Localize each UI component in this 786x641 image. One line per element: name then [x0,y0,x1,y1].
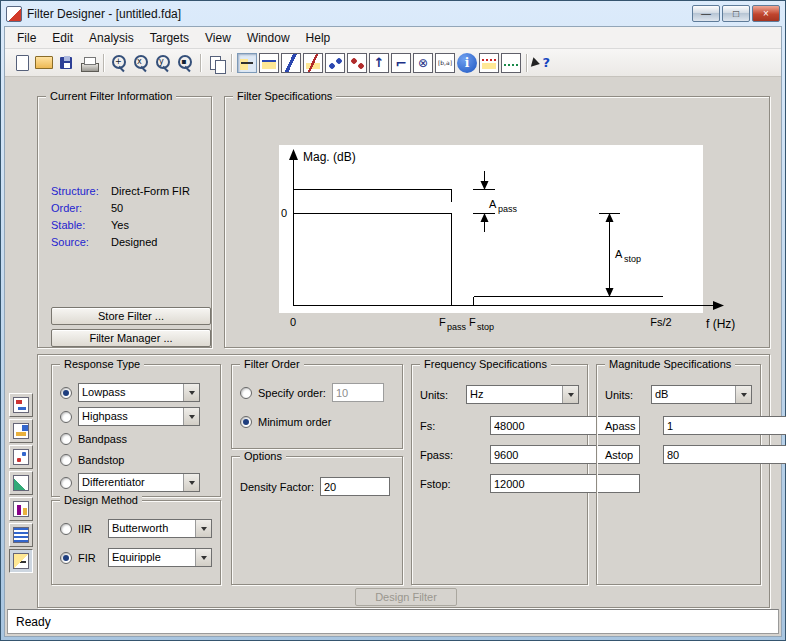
minimum-order-radio[interactable] [240,416,252,428]
fpass-label: F [439,316,446,328]
iir-radio[interactable] [60,523,72,535]
magnitude-and-phase-icon[interactable] [303,53,323,73]
filter-info-value: 50 [111,202,123,214]
maximize-button[interactable]: □ [722,5,750,22]
full-view-icon[interactable]: ▪ [175,53,195,73]
lowpass-row: Lowpass [60,383,212,402]
group-title: Design Method [60,494,142,506]
step-response-icon[interactable]: ⌐ [391,53,411,73]
menu-item-help[interactable]: Help [298,29,339,47]
magnitude-response-estimate-icon[interactable] [479,53,499,73]
set-quantization-parameters-icon[interactable] [9,471,33,495]
menu-item-analysis[interactable]: Analysis [81,29,142,47]
filter-info-rows: Structure:Direct-Form FIROrder:50Stable:… [51,185,207,253]
fs-row: Fs: [420,416,579,435]
pole-zero-plot-icon[interactable]: ⊗ [413,53,433,73]
phase-response-icon[interactable] [281,53,301,73]
save-session-icon[interactable] [56,53,76,73]
title-bar[interactable]: Filter Designer - [untitled.fda] —□× [1,1,785,26]
store-filter-button[interactable]: Store Filter ... [51,307,211,325]
bandstop-radio[interactable] [60,454,72,466]
app-icon [6,6,22,22]
menu-item-view[interactable]: View [197,29,239,47]
toolbar-separator [526,54,527,72]
bandstop-row: Bandstop [60,452,212,467]
fir-method-combobox[interactable]: Equiripple [108,548,212,567]
chevron-down-icon[interactable] [735,386,751,403]
iir-method-combobox[interactable]: Butterworth [108,519,212,538]
pole-zero-editor-icon[interactable] [9,497,33,521]
zoom-in-icon[interactable]: + [109,53,129,73]
specify-order-input[interactable] [332,383,384,402]
frequency-units-combobox[interactable]: Hz [466,385,579,404]
frequency-specifications-group: Frequency Specifications Units: Hz Fs: F… [411,364,588,585]
y-axis-label: Mag. (dB) [303,150,356,164]
special-response-radio[interactable] [60,477,72,489]
create-multirate-filter-icon[interactable] [9,419,33,443]
chevron-down-icon[interactable] [195,549,211,566]
magnitude-response-icon[interactable] [259,53,279,73]
menu-item-window[interactable]: Window [239,29,298,47]
filter-coefficients-icon[interactable]: [b,a] [435,53,455,73]
highpass-type-combobox[interactable]: Highpass [78,407,200,426]
lowpass-type-combobox[interactable]: Lowpass [78,383,200,402]
lowpass-radio[interactable] [60,387,72,399]
special-response-combobox[interactable]: Differentiator [78,473,200,492]
open-session-icon[interactable] [34,53,54,73]
bandpass-label: Bandpass [78,433,127,445]
chevron-down-icon[interactable] [183,384,199,401]
chevron-down-icon[interactable] [195,520,211,537]
menu-item-edit[interactable]: Edit [44,29,81,47]
minimize-button[interactable]: — [692,5,720,22]
units-label: Units: [420,389,460,401]
astop-input[interactable] [663,445,786,464]
panel-title: Filter Specifications [233,90,336,102]
fir-radio[interactable] [60,552,72,564]
zoom-x-icon[interactable]: x [131,53,151,73]
design-filter-icon[interactable] [9,549,33,573]
design-filter-button[interactable]: Design Filter [355,588,457,606]
filter-info-value: Direct-Form FIR [111,185,190,197]
bandstop-label: Bandstop [78,454,124,466]
print-icon[interactable] [78,53,98,73]
toolbar: +xy▪↑⌐⊗[b,a]i? [5,49,781,77]
combobox-value: Highpass [79,408,183,425]
menu-item-file[interactable]: File [9,29,44,47]
density-factor-row: Density Factor: [240,477,394,496]
print-preview-icon[interactable] [206,53,226,73]
group-delay-icon[interactable] [325,53,345,73]
filter-designer-window: Filter Designer - [untitled.fda] —□× Fil… [0,0,786,641]
zoom-y-icon[interactable]: y [153,53,173,73]
menu-item-targets[interactable]: Targets [142,29,197,47]
import-filter-icon[interactable] [9,523,33,547]
chevron-down-icon[interactable] [183,474,199,491]
x-axis-label: f (Hz) [706,317,735,331]
round-off-noise-psd-icon[interactable] [501,53,521,73]
transform-filter-icon[interactable] [9,445,33,469]
highpass-radio[interactable] [60,411,72,423]
new-session-icon[interactable] [12,53,32,73]
fir-row: FIR Equiripple [60,548,212,567]
filter-specifications-icon[interactable] [237,53,257,73]
magnitude-units-combobox[interactable]: dB [651,385,752,404]
phase-delay-icon[interactable] [347,53,367,73]
apass-row: Apass [605,416,752,435]
fstop-label: F [469,316,476,328]
close-button[interactable]: × [752,5,780,22]
bandpass-radio[interactable] [60,433,72,445]
status-bar: Ready [7,609,779,634]
filter-info-label: Order: [51,202,111,214]
chevron-down-icon[interactable] [183,408,199,425]
chevron-down-icon[interactable] [562,386,578,403]
filter-manager-button[interactable]: Filter Manager ... [51,329,211,347]
apass-input[interactable] [663,416,786,435]
filter-information-icon[interactable]: i [457,53,477,73]
specify-order-radio[interactable] [240,387,252,399]
whats-this-help-icon[interactable]: ? [532,53,552,73]
realize-model-icon[interactable] [9,393,33,417]
density-factor-input[interactable] [320,477,390,496]
impulse-response-icon[interactable]: ↑ [369,53,389,73]
panel-sidebar [9,393,36,575]
units-label: Units: [605,389,645,401]
client-area: FileEditAnalysisTargetsViewWindowHelp +x… [4,26,782,637]
